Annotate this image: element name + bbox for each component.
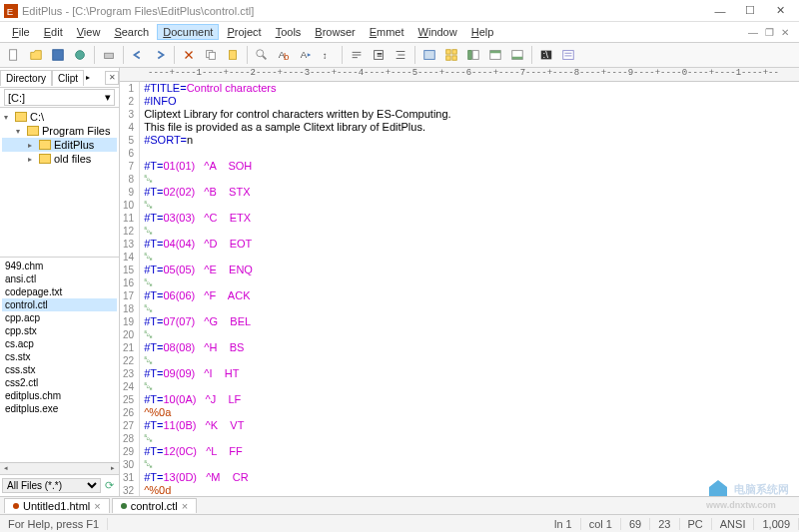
code-line[interactable]: ␁	[144, 173, 799, 186]
code-line[interactable]: #T=07(07) ^G BEL	[144, 315, 799, 328]
word-wrap-button[interactable]	[347, 45, 367, 65]
menu-edit[interactable]: Edit	[38, 24, 69, 40]
file-item[interactable]: editplus.exe	[2, 402, 117, 415]
replace-button[interactable]: Ab	[274, 45, 294, 65]
output-window-toggle[interactable]	[507, 45, 527, 65]
save-button[interactable]	[48, 45, 68, 65]
chevron-right-icon[interactable]: ▸	[86, 73, 90, 82]
menu-emmet[interactable]: Emmet	[364, 24, 410, 40]
code-line[interactable]: #T=09(09) ^I HT	[144, 367, 799, 380]
code-line[interactable]: Cliptext Library for control characters …	[144, 108, 799, 121]
copy-button[interactable]	[201, 45, 221, 65]
menu-browser[interactable]: Browser	[309, 24, 361, 40]
code-line[interactable]: #TITLE=Control characters	[144, 82, 799, 95]
sidebar-tab-cliptext[interactable]: Clipt	[52, 70, 84, 86]
code-line[interactable]: #T=11(0B) ^K VT	[144, 419, 799, 432]
doc-close-button[interactable]: ✕	[777, 27, 793, 38]
code-line[interactable]: ^%0a	[144, 406, 799, 419]
code-line[interactable]: #T=12(0C) ^L FF	[144, 445, 799, 458]
menu-view[interactable]: View	[71, 24, 107, 40]
menu-help[interactable]: Help	[465, 24, 500, 40]
code-line[interactable]: #T=08(08) ^H BS	[144, 341, 799, 354]
code-line[interactable]: #T=03(03) ^C ETX	[144, 212, 799, 225]
doc-restore-button[interactable]: ❐	[761, 27, 777, 38]
minimize-button[interactable]: —	[705, 1, 735, 21]
cut-button[interactable]	[179, 45, 199, 65]
doc-tab[interactable]: Untitled1.html×	[4, 498, 110, 513]
drive-selector[interactable]: [C:]▾	[4, 89, 115, 106]
code-line[interactable]	[144, 147, 799, 160]
tab-close-icon[interactable]: ×	[182, 500, 188, 512]
paste-button[interactable]	[223, 45, 243, 65]
code-line[interactable]: #T=06(06) ^F ACK	[144, 289, 799, 302]
goto-line-button[interactable]: ↕	[318, 45, 338, 65]
code-editor[interactable]: 1234567891011121314151617181920212223242…	[120, 82, 799, 496]
code-line[interactable]: #INFO	[144, 95, 799, 108]
code-line[interactable]: This file is provided as a sample Clitex…	[144, 121, 799, 134]
code-line[interactable]: ␁	[144, 458, 799, 471]
file-item[interactable]: codepage.txt	[2, 285, 117, 298]
find-button[interactable]	[252, 45, 272, 65]
file-item[interactable]: cs.stx	[2, 350, 117, 363]
file-item[interactable]: css.stx	[2, 363, 117, 376]
code-line[interactable]: ␁	[144, 251, 799, 264]
side-panel-toggle-1[interactable]	[463, 45, 483, 65]
menu-tools[interactable]: Tools	[270, 24, 308, 40]
user-tools-button[interactable]	[558, 45, 578, 65]
file-item[interactable]: cpp.stx	[2, 324, 117, 337]
open-file-button[interactable]	[26, 45, 46, 65]
folder-tree[interactable]: ▾C:\▾Program Files▸EditPlus▸old files	[0, 108, 119, 258]
tree-item[interactable]: ▾Program Files	[2, 124, 117, 138]
code-line[interactable]: #SORT=n	[144, 134, 799, 147]
file-item[interactable]: 949.chm	[2, 260, 117, 272]
code-line[interactable]: ␁	[144, 354, 799, 367]
file-item[interactable]: control.ctl	[2, 298, 117, 311]
close-button[interactable]: ✕	[765, 1, 795, 21]
code-line[interactable]: ␁	[144, 276, 799, 289]
new-file-button[interactable]	[4, 45, 24, 65]
file-item[interactable]: cpp.acp	[2, 311, 117, 324]
maximize-button[interactable]: ☐	[735, 1, 765, 21]
file-item[interactable]: css2.ctl	[2, 376, 117, 389]
file-item[interactable]: ansi.ctl	[2, 272, 117, 285]
code-line[interactable]: #T=02(02) ^B STX	[144, 186, 799, 199]
code-line[interactable]: #T=01(01) ^A SOH	[144, 160, 799, 173]
tree-item[interactable]: ▾C:\	[2, 110, 117, 124]
undo-button[interactable]	[128, 45, 148, 65]
code-line[interactable]: ␁	[144, 199, 799, 212]
file-list[interactable]: 949.chmansi.ctlcodepage.txtcontrol.ctlcp…	[0, 258, 119, 462]
code-line[interactable]: ^%0d	[144, 484, 799, 496]
code-line[interactable]: ␁	[144, 302, 799, 315]
browser-preview-button[interactable]	[419, 45, 439, 65]
doc-minimize-button[interactable]: —	[745, 27, 761, 38]
sidebar-tab-directory[interactable]: Directory	[0, 70, 52, 86]
menu-search[interactable]: Search	[108, 24, 155, 40]
code-line[interactable]: #T=10(0A) ^J LF	[144, 393, 799, 406]
find-next-button[interactable]: A	[296, 45, 316, 65]
code-line[interactable]: #T=13(0D) ^M CR	[144, 471, 799, 484]
tab-close-icon[interactable]: ×	[94, 500, 100, 512]
indent-button[interactable]	[391, 45, 410, 65]
menu-document[interactable]: Document	[157, 24, 219, 40]
print-button[interactable]	[99, 45, 119, 65]
tree-item[interactable]: ▸old files	[2, 152, 117, 166]
code-line[interactable]: ␁	[144, 432, 799, 445]
code-line[interactable]: ␁	[144, 225, 799, 238]
side-panel-toggle-2[interactable]	[485, 45, 505, 65]
menu-window[interactable]: Window	[412, 24, 463, 40]
tree-item[interactable]: ▸EditPlus	[2, 138, 117, 152]
sidebar-close-button[interactable]: ✕	[105, 71, 119, 85]
open-remote-button[interactable]	[70, 45, 90, 65]
code-fold-button[interactable]: ≡	[369, 45, 389, 65]
file-item[interactable]: cs.acp	[2, 337, 117, 350]
menu-file[interactable]: File	[6, 24, 36, 40]
code-line[interactable]: #T=04(04) ^D EOT	[144, 238, 799, 251]
doc-tab[interactable]: control.ctl×	[112, 498, 198, 513]
code-line[interactable]: #T=05(05) ^E ENQ	[144, 264, 799, 276]
file-filter-select[interactable]: All Files (*.*)	[2, 478, 101, 493]
terminal-button[interactable]: :\	[536, 45, 556, 65]
file-item[interactable]: editplus.chm	[2, 389, 117, 402]
code-line[interactable]: ␁	[144, 380, 799, 393]
menu-project[interactable]: Project	[221, 24, 267, 40]
file-list-hscroll[interactable]: ◂▸	[0, 462, 119, 474]
